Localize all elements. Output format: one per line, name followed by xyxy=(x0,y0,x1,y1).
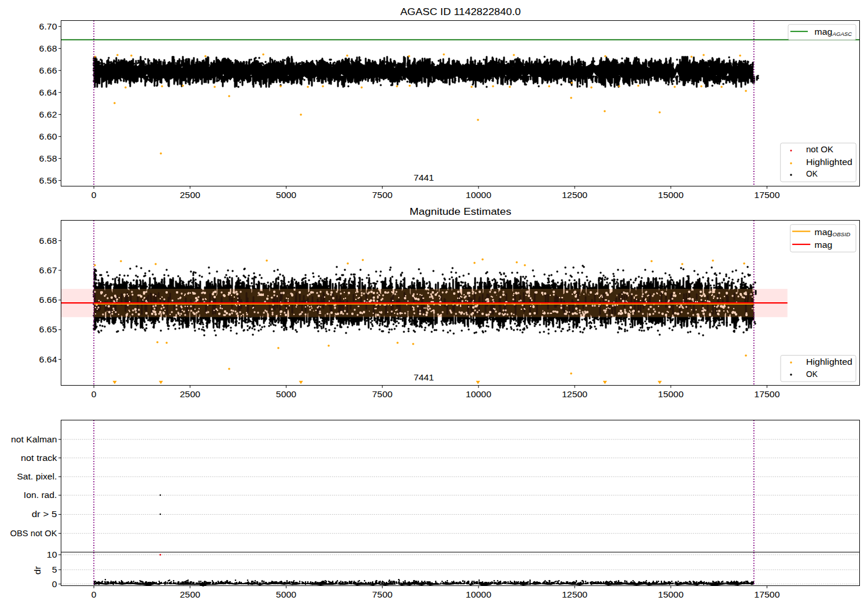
svg-text:OK: OK xyxy=(806,369,818,379)
svg-text:Ion. rad.: Ion. rad. xyxy=(24,490,57,500)
svg-text:6.56: 6.56 xyxy=(39,176,57,185)
svg-text:17500: 17500 xyxy=(754,191,780,200)
svg-text:2500: 2500 xyxy=(180,590,201,599)
svg-text:0: 0 xyxy=(91,191,97,200)
svg-text:6.66: 6.66 xyxy=(39,66,57,75)
svg-text:5: 5 xyxy=(52,565,57,574)
svg-text:6.64: 6.64 xyxy=(39,88,57,97)
svg-text:2500: 2500 xyxy=(180,390,201,399)
svg-text:7500: 7500 xyxy=(372,390,393,399)
svg-text:2500: 2500 xyxy=(180,191,201,200)
svg-text:Highlighted: Highlighted xyxy=(806,357,852,367)
svg-text:7441: 7441 xyxy=(414,173,435,182)
svg-text:dr: dr xyxy=(33,566,42,574)
svg-text:12500: 12500 xyxy=(562,590,588,599)
svg-text:OK: OK xyxy=(806,169,818,178)
svg-text:15000: 15000 xyxy=(658,191,684,200)
svg-text:mag: mag xyxy=(815,228,833,237)
svg-text:mag: mag xyxy=(815,27,833,36)
svg-text:6.60: 6.60 xyxy=(39,132,57,141)
svg-text:AGASC ID 1142822840.0: AGASC ID 1142822840.0 xyxy=(400,6,521,17)
svg-text:12500: 12500 xyxy=(562,390,588,399)
svg-text:AGASC: AGASC xyxy=(832,31,853,37)
svg-text:0: 0 xyxy=(52,580,57,589)
svg-text:7500: 7500 xyxy=(372,191,393,200)
svg-text:not track: not track xyxy=(21,453,57,463)
svg-text:10000: 10000 xyxy=(466,590,492,599)
svg-text:6.68: 6.68 xyxy=(39,44,57,53)
svg-text:17500: 17500 xyxy=(754,590,780,599)
svg-text:6.70: 6.70 xyxy=(39,22,57,31)
svg-text:5000: 5000 xyxy=(276,191,297,200)
svg-text:Highlighted: Highlighted xyxy=(806,158,852,167)
svg-text:6.67: 6.67 xyxy=(39,266,57,275)
svg-text:6.65: 6.65 xyxy=(39,325,57,334)
svg-text:6.62: 6.62 xyxy=(39,110,57,119)
svg-text:6.58: 6.58 xyxy=(39,154,57,163)
svg-text:Sat. pixel.: Sat. pixel. xyxy=(17,472,57,481)
svg-text:17500: 17500 xyxy=(754,390,780,399)
svg-text:0: 0 xyxy=(91,590,97,599)
svg-text:6.64: 6.64 xyxy=(39,355,57,364)
svg-text:7500: 7500 xyxy=(372,590,393,599)
svg-text:12500: 12500 xyxy=(562,191,588,200)
svg-text:0: 0 xyxy=(91,390,97,399)
svg-text:15000: 15000 xyxy=(658,590,684,599)
svg-text:OBS not OK: OBS not OK xyxy=(10,529,58,538)
svg-text:10: 10 xyxy=(47,550,57,559)
svg-text:mag: mag xyxy=(815,240,833,250)
svg-text:OBSID: OBSID xyxy=(833,231,851,237)
svg-text:7441: 7441 xyxy=(414,373,435,382)
svg-text:not Kalman: not Kalman xyxy=(11,435,57,444)
svg-text:6.66: 6.66 xyxy=(39,295,57,305)
svg-text:10000: 10000 xyxy=(466,191,492,200)
svg-text:6.68: 6.68 xyxy=(39,236,57,246)
svg-text:5000: 5000 xyxy=(276,390,297,399)
svg-text:15000: 15000 xyxy=(658,390,684,399)
svg-text:5000: 5000 xyxy=(276,590,297,599)
svg-text:10000: 10000 xyxy=(466,390,492,399)
svg-text:not OK: not OK xyxy=(806,145,834,154)
svg-text:Magnitude Estimates: Magnitude Estimates xyxy=(410,206,512,217)
svg-text:dr > 5: dr > 5 xyxy=(32,510,57,519)
